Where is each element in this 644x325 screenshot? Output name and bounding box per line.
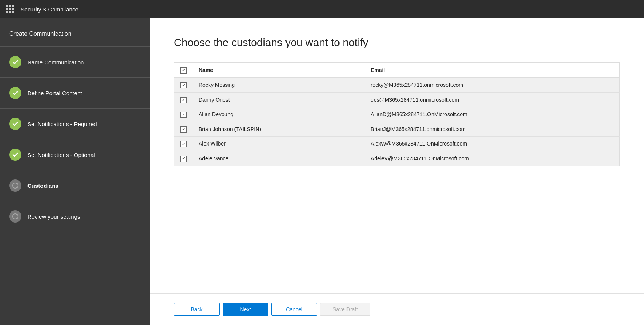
row-name: Alex Wilber [193, 136, 365, 151]
select-all-checkbox[interactable] [180, 67, 187, 74]
row-name: Rocky Messing [193, 78, 365, 93]
row-checkbox[interactable] [180, 126, 187, 133]
row-checkbox[interactable] [180, 97, 187, 103]
row-name: Allan Deyoung [193, 107, 365, 122]
svg-point-0 [13, 183, 18, 188]
sidebar-item-label-custodians: Custodians [27, 183, 59, 189]
col-header-email: Email [365, 63, 620, 78]
col-header-name: Name [193, 63, 365, 78]
table-row[interactable]: Rocky Messingrocky@M365x284711.onmicroso… [174, 78, 620, 93]
app-launcher-icon[interactable] [6, 5, 14, 13]
step-icon-review-settings [9, 210, 21, 223]
row-email: AdeleV@M365x284711.OnMicrosoft.com [365, 151, 620, 166]
content-inner: Choose the custodians you want to notify… [150, 18, 644, 293]
step-icon-set-notifications-required [9, 118, 21, 130]
table-row[interactable]: Danny Onestdes@M365x284711.onmicrosoft.c… [174, 93, 620, 107]
row-name: Brian Johnson (TAILSPIN) [193, 122, 365, 137]
sidebar-item-label-define-portal-content: Define Portal Content [27, 90, 82, 96]
sidebar-item-review-settings[interactable]: Review your settings [0, 201, 150, 232]
row-checkbox-cell[interactable] [174, 93, 193, 107]
table-header-row: Name Email [174, 63, 620, 78]
main-layout: Create Communication Name Communication … [0, 18, 644, 325]
row-email: AllanD@M365x284711.OnMicrosoft.com [365, 107, 620, 122]
custodians-table: Name Email Rocky Messingrocky@M365x28471… [174, 62, 620, 166]
save-draft-button[interactable]: Save Draft [320, 303, 370, 316]
step-icon-set-notifications-optional [9, 149, 21, 161]
col-header-checkbox[interactable] [174, 63, 193, 78]
table-row[interactable]: Allan DeyoungAllanD@M365x284711.OnMicros… [174, 107, 620, 122]
sidebar-item-label-set-notifications-required: Set Notifications - Required [27, 121, 97, 127]
table-row[interactable]: Adele VanceAdeleV@M365x284711.OnMicrosof… [174, 151, 620, 166]
topbar: Security & Compliance [0, 0, 644, 18]
table-row[interactable]: Brian Johnson (TAILSPIN)BrianJ@M365x2847… [174, 122, 620, 137]
sidebar-item-name-communication[interactable]: Name Communication [0, 47, 150, 78]
row-checkbox-cell[interactable] [174, 107, 193, 122]
back-button[interactable]: Back [174, 303, 220, 316]
sidebar-item-custodians[interactable]: Custodians [0, 170, 150, 201]
row-checkbox-cell[interactable] [174, 136, 193, 151]
step-icon-define-portal-content [9, 87, 21, 99]
row-name: Adele Vance [193, 151, 365, 166]
step-icon-custodians [9, 179, 21, 192]
sidebar-item-set-notifications-required[interactable]: Set Notifications - Required [0, 109, 150, 139]
row-email: BrianJ@M365x284711.onmicrosoft.com [365, 122, 620, 137]
row-checkbox[interactable] [180, 156, 187, 162]
cancel-button[interactable]: Cancel [271, 303, 317, 316]
step-icon-name-communication [9, 56, 21, 68]
row-checkbox[interactable] [180, 141, 187, 147]
content-area: Choose the custodians you want to notify… [150, 18, 644, 325]
svg-point-1 [13, 214, 18, 219]
row-checkbox-cell[interactable] [174, 151, 193, 166]
row-checkbox[interactable] [180, 112, 187, 118]
page-title: Choose the custodians you want to notify [174, 37, 620, 49]
row-email: des@M365x284711.onmicrosoft.com [365, 93, 620, 107]
table-row[interactable]: Alex WilberAlexW@M365x284711.OnMicrosoft… [174, 136, 620, 151]
sidebar: Create Communication Name Communication … [0, 18, 150, 325]
sidebar-item-set-notifications-optional[interactable]: Set Notifications - Optional [0, 139, 150, 170]
row-email: rocky@M365x284711.onmicrosoft.com [365, 78, 620, 93]
sidebar-item-define-portal-content[interactable]: Define Portal Content [0, 78, 150, 109]
app-title: Security & Compliance [21, 6, 78, 13]
sidebar-item-label-review-settings: Review your settings [27, 213, 80, 220]
footer-bar: Back Next Cancel Save Draft [150, 293, 644, 325]
next-button[interactable]: Next [223, 303, 268, 316]
sidebar-item-label-name-communication: Name Communication [27, 59, 84, 66]
row-name: Danny Onest [193, 93, 365, 107]
sidebar-header: Create Communication [0, 18, 150, 47]
row-checkbox-cell[interactable] [174, 78, 193, 93]
sidebar-item-label-set-notifications-optional: Set Notifications - Optional [27, 152, 95, 158]
row-checkbox[interactable] [180, 82, 187, 88]
row-email: AlexW@M365x284711.OnMicrosoft.com [365, 136, 620, 151]
row-checkbox-cell[interactable] [174, 122, 193, 137]
